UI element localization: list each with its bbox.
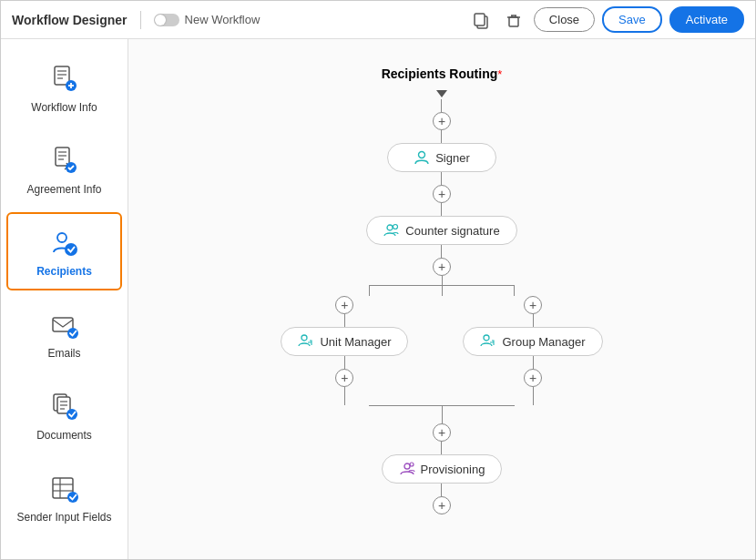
sidebar-item-workflow-info[interactable]: Workflow Info: [6, 48, 122, 127]
svg-point-34: [419, 152, 425, 158]
svg-point-33: [67, 492, 78, 503]
header-divider: [140, 11, 141, 29]
copy-button[interactable]: [468, 7, 494, 33]
svg-point-36: [393, 225, 398, 229]
counter-signature-icon: [383, 222, 400, 239]
sidebar: Workflow Info Agreement Info: [1, 39, 128, 560]
line-2: [441, 130, 442, 143]
trash-icon: [505, 11, 523, 29]
unit-manager-icon: [298, 333, 314, 350]
svg-point-20: [65, 243, 77, 256]
branch-col-right: + Group Manager +: [463, 296, 602, 405]
header-actions: Close Save Activate: [468, 6, 744, 33]
sidebar-item-sender-input-fields[interactable]: Sender Input Fields: [6, 458, 122, 536]
signer-icon: [414, 149, 430, 166]
line-unit-2: [344, 356, 345, 369]
line-group-3: [533, 387, 534, 405]
add-before-provisioning[interactable]: +: [433, 423, 451, 442]
add-after-unit-manager[interactable]: +: [335, 369, 353, 387]
add-group-manager[interactable]: +: [524, 296, 542, 314]
delete-button[interactable]: [501, 7, 526, 33]
line-5: [441, 245, 442, 258]
branch-top-lines: [296, 276, 587, 296]
agreement-info-icon: [46, 143, 83, 179]
close-button[interactable]: Close: [534, 7, 595, 32]
line-3: [441, 172, 442, 185]
counter-signature-label: Counter signature: [405, 224, 499, 238]
group-manager-icon: [480, 333, 496, 350]
content-area: Recipients Routing* + Signer +: [128, 39, 755, 560]
provisioning-label: Provisioning: [421, 463, 485, 476]
diagram-title: Recipients Routing*: [382, 66, 503, 81]
line-group-1: [533, 314, 534, 327]
sidebar-item-recipients[interactable]: Recipients: [6, 212, 122, 290]
svg-point-22: [67, 328, 78, 339]
emails-icon: [46, 307, 83, 343]
branch-col-left: + Unit Manager +: [281, 296, 408, 405]
documents-icon: [46, 389, 83, 425]
add-after-provisioning[interactable]: +: [433, 496, 451, 514]
add-unit-manager[interactable]: +: [335, 296, 353, 314]
sidebar-item-recipients-label: Recipients: [36, 265, 92, 278]
workflow-name-label: New Workflow: [185, 13, 261, 26]
line-group-2: [533, 356, 534, 369]
svg-rect-1: [475, 14, 485, 25]
provisioning-icon: [399, 461, 415, 477]
header: Workflow Designer New Workflow Close Sav…: [1, 1, 755, 39]
sidebar-item-emails-label: Emails: [47, 347, 80, 360]
add-between-signer-counter[interactable]: +: [433, 185, 451, 203]
sidebar-item-documents-label: Documents: [36, 429, 92, 442]
workflow-info-icon: [46, 61, 83, 97]
line-unit-3: [344, 387, 345, 405]
activate-button[interactable]: Activate: [669, 6, 744, 33]
start-arrow: [436, 90, 447, 97]
add-after-group-manager[interactable]: +: [524, 369, 542, 387]
unit-manager-label: Unit Manager: [320, 335, 391, 349]
group-manager-node[interactable]: Group Manager: [463, 327, 602, 356]
line-prov-2: [441, 484, 442, 496]
signer-label: Signer: [435, 151, 470, 165]
svg-point-38: [484, 335, 489, 341]
svg-point-37: [301, 335, 307, 341]
svg-point-39: [404, 463, 410, 469]
workflow-name-container: New Workflow: [154, 13, 261, 26]
sidebar-item-agreement-info[interactable]: Agreement Info: [6, 130, 122, 209]
workflow-diagram: Recipients Routing* + Signer +: [281, 57, 602, 514]
recipients-icon: [46, 225, 83, 261]
branch-bottom-lines: [296, 405, 587, 423]
sidebar-item-agreement-info-label: Agreement Info: [26, 183, 101, 196]
group-manager-label: Group Manager: [502, 335, 585, 349]
line-1: [441, 99, 442, 112]
main-layout: Workflow Info Agreement Info: [1, 39, 755, 560]
line-4: [441, 203, 442, 216]
add-before-branch[interactable]: +: [433, 258, 451, 276]
unit-manager-node[interactable]: Unit Manager: [281, 327, 408, 356]
sender-input-fields-icon: [46, 471, 83, 507]
svg-point-28: [66, 409, 77, 420]
sidebar-item-sender-input-fields-label: Sender Input Fields: [16, 511, 111, 524]
sidebar-item-workflow-info-label: Workflow Info: [31, 101, 97, 114]
provisioning-node[interactable]: Provisioning: [382, 454, 503, 484]
svg-point-19: [57, 233, 66, 242]
svg-point-35: [387, 225, 393, 230]
app-title: Workflow Designer: [12, 13, 128, 27]
svg-rect-2: [509, 17, 518, 26]
workflow-toggle[interactable]: [154, 14, 179, 26]
line-unit-1: [344, 314, 345, 327]
save-button[interactable]: Save: [602, 6, 662, 33]
sidebar-item-documents[interactable]: Documents: [6, 376, 122, 454]
required-star: *: [497, 67, 502, 81]
svg-point-40: [410, 463, 414, 466]
add-before-signer[interactable]: +: [433, 112, 451, 130]
sidebar-item-emails[interactable]: Emails: [6, 294, 122, 372]
copy-icon: [472, 11, 490, 29]
line-prov-1: [441, 442, 442, 454]
counter-signature-node[interactable]: Counter signature: [366, 216, 516, 245]
signer-node[interactable]: Signer: [387, 143, 496, 172]
branch-row: + Unit Manager +: [281, 296, 602, 405]
